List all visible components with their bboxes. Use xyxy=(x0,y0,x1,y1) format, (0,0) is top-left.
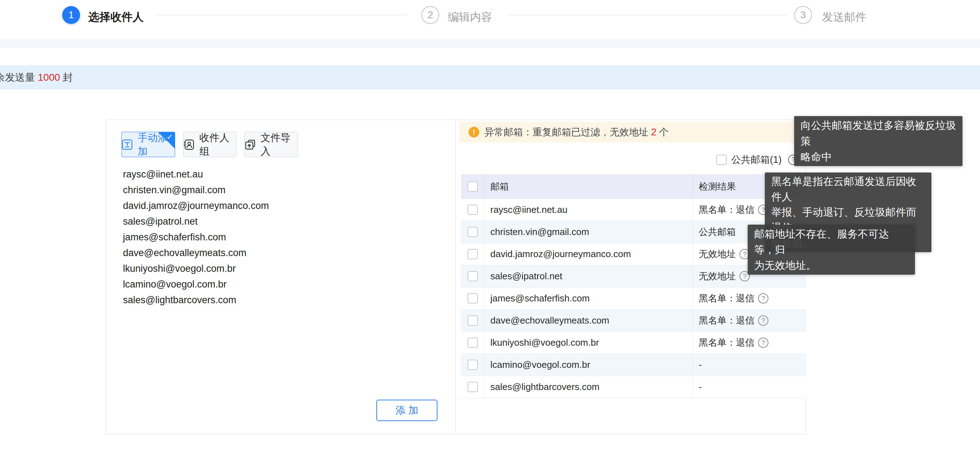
recipient-entry: sales@lightbarcovers.com xyxy=(123,292,438,308)
row-checkbox[interactable] xyxy=(468,293,478,303)
table-row: lkuniyoshi@voegol.com.br 黑名单：退信? xyxy=(461,332,806,354)
recipient-entry: christen.vin@gmail.com xyxy=(123,182,438,198)
row-email: christen.vin@gmail.com xyxy=(484,221,693,243)
row-result: 黑名单：退信 xyxy=(699,292,754,305)
row-email: lcamino@voegol.com.br xyxy=(484,354,693,376)
detection-table: 邮箱 检测结果 raysc@iinet.net.au 黑名单：退信? chris… xyxy=(461,174,806,398)
step-connector xyxy=(156,15,407,15)
invalid-count: 2 xyxy=(651,127,657,138)
step-3-label: 发送邮件 xyxy=(822,10,866,25)
manual-add-icon xyxy=(122,139,133,150)
tab-recipient-group[interactable]: 收件人组 xyxy=(183,132,236,157)
row-email: dave@echovalleymeats.com xyxy=(484,310,693,331)
table-row: lcamino@voegol.com.br - xyxy=(461,354,806,376)
recipient-selection-card: 手动添加 ✓ 收件人组 文件导入 raysc@iinet.net.au chri xyxy=(106,120,806,434)
row-result: 黑名单：退信 xyxy=(699,314,754,327)
tab-label: 收件人组 xyxy=(199,131,236,158)
row-checkbox[interactable] xyxy=(468,382,478,392)
row-checkbox[interactable] xyxy=(468,271,478,281)
warning-icon: ! xyxy=(469,127,479,138)
step-1-circle[interactable]: 1 xyxy=(62,6,80,24)
result-help-icon[interactable]: ? xyxy=(758,337,768,348)
row-email: david.jamroz@journeymanco.com xyxy=(484,243,693,265)
recipient-group-icon xyxy=(184,139,194,150)
tab-label: 文件导入 xyxy=(261,131,298,158)
check-icon: ✓ xyxy=(167,132,173,142)
row-result: 无效地址 xyxy=(699,270,736,283)
send-quota-banner: 余发送量 1000 封 xyxy=(0,65,980,90)
tooltip-invalid-address: 邮箱地址不存在、服务不可达等，归 为无效地址。 xyxy=(748,225,915,275)
warning-text: 异常邮箱：重复邮箱已过滤，无效地址 2 个 xyxy=(484,126,669,138)
public-mailbox-checkbox[interactable] xyxy=(716,155,727,165)
row-email: sales@lightbarcovers.com xyxy=(484,376,693,398)
public-mailbox-label: 公共邮箱(1) xyxy=(731,153,782,166)
result-help-icon[interactable]: ? xyxy=(758,315,768,326)
step-2-circle[interactable]: 2 xyxy=(422,6,439,24)
row-result: 公共邮箱 xyxy=(699,226,736,238)
recipient-entry: sales@ipatrol.net xyxy=(123,214,438,229)
table-row: dave@echovalleymeats.com 黑名单：退信? xyxy=(461,310,806,332)
section-divider-band xyxy=(0,39,980,48)
row-email: lkuniyoshi@voegol.com.br xyxy=(484,332,693,354)
row-email: sales@ipatrol.net xyxy=(484,265,693,287)
tooltip-public-mailbox: 向公共邮箱发送过多容易被反垃圾策 略命中 xyxy=(794,116,963,166)
column-header-email: 邮箱 xyxy=(484,174,693,199)
select-all-checkbox[interactable] xyxy=(468,181,478,192)
recipient-input-area[interactable]: raysc@iinet.net.au christen.vin@gmail.co… xyxy=(123,167,438,308)
row-result: 黑名单：退信 xyxy=(699,337,754,349)
table-header-row: 邮箱 检测结果 xyxy=(461,174,806,199)
recipient-entry: raysc@iinet.net.au xyxy=(123,167,438,182)
recipient-entry: dave@echovalleymeats.com xyxy=(123,245,438,261)
row-checkbox[interactable] xyxy=(468,205,478,215)
recipient-entry: lcamino@voegol.com.br xyxy=(123,276,438,292)
step-connector xyxy=(508,15,787,15)
result-help-icon[interactable]: ? xyxy=(758,293,768,303)
recipient-entry: james@schaferfish.com xyxy=(123,229,438,245)
add-button[interactable]: 添 加 xyxy=(376,400,438,421)
row-checkbox[interactable] xyxy=(468,337,478,348)
row-checkbox[interactable] xyxy=(468,360,478,370)
table-row: sales@lightbarcovers.com - xyxy=(461,376,806,398)
row-result: 黑名单：退信 xyxy=(699,203,754,216)
table-row: raysc@iinet.net.au 黑名单：退信? xyxy=(461,199,806,221)
row-email: james@schaferfish.com xyxy=(484,288,693,309)
row-result: - xyxy=(699,359,702,370)
public-mailbox-filter: 公共邮箱(1) ? xyxy=(716,153,799,166)
tab-file-import[interactable]: 文件导入 xyxy=(245,132,298,157)
recipient-entry: david.jamroz@journeymanco.com xyxy=(123,198,438,214)
quota-amount: 1000 xyxy=(38,72,60,83)
step-1-label: 选择收件人 xyxy=(88,10,144,25)
row-result: 无效地址 xyxy=(699,248,736,261)
step-2-label: 编辑内容 xyxy=(448,10,492,25)
file-import-icon xyxy=(245,139,256,150)
panel-divider xyxy=(455,120,456,434)
quota-text: 余发送量 1000 封 xyxy=(0,71,73,84)
abnormal-mailbox-warning: ! 异常邮箱：重复邮箱已过滤，无效地址 2 个 xyxy=(460,122,806,143)
table-row: james@schaferfish.com 黑名单：退信? xyxy=(461,288,806,310)
tab-manual-add[interactable]: 手动添加 ✓ xyxy=(121,132,175,157)
step-3-circle[interactable]: 3 xyxy=(794,6,812,24)
step-wizard: 1 选择收件人 2 编辑内容 3 发送邮件 xyxy=(0,0,980,39)
row-result: - xyxy=(699,381,702,392)
row-checkbox[interactable] xyxy=(468,227,478,237)
row-checkbox[interactable] xyxy=(468,315,478,326)
row-email: raysc@iinet.net.au xyxy=(484,199,693,221)
recipient-entry: lkuniyoshi@voegol.com.br xyxy=(123,261,438,276)
row-checkbox[interactable] xyxy=(468,249,478,259)
